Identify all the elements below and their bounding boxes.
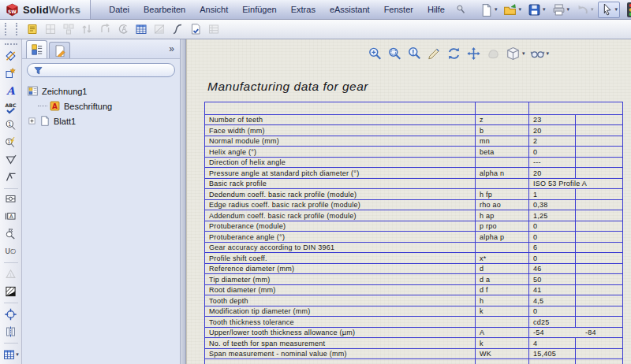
cell-c3[interactable]: [528, 359, 575, 364]
panel-collapse-chevron[interactable]: »: [169, 43, 174, 54]
cell-c4[interactable]: [575, 136, 622, 147]
zoom-to-area-button[interactable]: [387, 46, 402, 61]
dropdown-caret[interactable]: ▾: [591, 6, 594, 13]
cell-c4[interactable]: [575, 338, 622, 348]
select-button[interactable]: ▾: [598, 2, 621, 18]
dropdown-caret[interactable]: ▾: [495, 6, 498, 13]
menu-eassistant[interactable]: eAssistant: [323, 0, 377, 19]
cell-c4[interactable]: [575, 210, 622, 221]
cell-c3[interactable]: 0: [528, 147, 575, 157]
cell-c1[interactable]: [205, 359, 475, 364]
cell-c1[interactable]: Helix angle (°): [205, 147, 475, 157]
new-document-button[interactable]: ▾: [477, 2, 500, 18]
cell-c3[interactable]: 0: [528, 253, 575, 263]
center-mark-button[interactable]: [2, 306, 20, 322]
cell-c3[interactable]: 0: [528, 232, 575, 242]
dropdown-caret[interactable]: ▾: [16, 351, 19, 358]
cell-c2[interactable]: d a: [475, 274, 528, 284]
cell-c2[interactable]: d: [475, 264, 528, 274]
cell-c4[interactable]: [575, 359, 622, 364]
cell-c1[interactable]: No. of teeth for span measurement: [205, 338, 475, 348]
cell-c4[interactable]: [575, 306, 622, 317]
cell-c3[interactable]: 15,405: [528, 349, 575, 359]
cell-c2[interactable]: mn: [475, 136, 528, 147]
cell-c4[interactable]: [575, 158, 622, 168]
cell-c1[interactable]: Tooth thickness tolerance: [205, 317, 475, 327]
weld-symbol-button[interactable]: [2, 226, 20, 242]
view-pattern-button[interactable]: [60, 21, 77, 38]
cell-c3[interactable]: 1: [528, 189, 575, 199]
dropdown-caret[interactable]: ▾: [567, 6, 570, 13]
menu-bearbeiten[interactable]: Bearbeiten: [136, 0, 192, 19]
cell-c1[interactable]: Tooth depth: [205, 295, 475, 306]
smart-dimension-button[interactable]: [2, 48, 20, 64]
cell-c3[interactable]: 20: [528, 125, 575, 136]
auto-balloon-button[interactable]: [2, 135, 20, 150]
cell-c2[interactable]: h: [475, 295, 528, 306]
cell-c1[interactable]: Addendum coeff. basic rack profile (modu…: [205, 210, 475, 221]
tree-item-zeichnung1[interactable]: Zeichnung1: [25, 84, 178, 98]
cell-c2[interactable]: k: [475, 338, 528, 348]
dropdown-caret[interactable]: ▾: [547, 50, 550, 57]
cell-c1[interactable]: Reference diameter (mm): [205, 264, 475, 274]
cell-c2[interactable]: [475, 179, 528, 189]
cell-c3[interactable]: 0,38: [528, 200, 575, 210]
cell-c2[interactable]: [475, 359, 528, 364]
cell-c1[interactable]: Dedendum coeff. basic rack profile (modu…: [205, 189, 475, 199]
spell-checker-button[interactable]: [2, 100, 20, 116]
cell-c2[interactable]: rho ao: [475, 200, 528, 210]
filter-input[interactable]: [27, 63, 175, 77]
cell-c2[interactable]: [475, 243, 528, 253]
cell-c3[interactable]: 4,5: [528, 295, 575, 306]
print-button[interactable]: ▾: [550, 2, 573, 18]
cell-c1[interactable]: Root diameter (mm): [205, 285, 475, 295]
cell-c2[interactable]: beta: [475, 147, 528, 157]
cell-c3[interactable]: cd25: [528, 317, 575, 327]
annotation-font-button[interactable]: [114, 21, 131, 38]
model-view-button[interactable]: [42, 21, 58, 38]
cell-c1[interactable]: [205, 102, 475, 114]
eassistant-traffic-light-button[interactable]: [625, 2, 631, 17]
cell-c1[interactable]: Tip diameter (mm): [205, 274, 475, 284]
cell-c1[interactable]: Edge radius coeff. basic rack profile (m…: [205, 200, 475, 210]
bom-button[interactable]: [205, 21, 222, 38]
cell-c3[interactable]: 46: [528, 264, 575, 274]
3d-drawing-view-button[interactable]: [486, 46, 501, 61]
menu-datei[interactable]: Datei: [102, 0, 136, 19]
cell-c1[interactable]: Protuberance angle (°): [205, 232, 475, 242]
cell-c1[interactable]: Span measurement - nominal value (mm): [205, 349, 475, 359]
pin-button[interactable]: [454, 2, 468, 17]
cell-c1[interactable]: Protuberance (module): [205, 221, 475, 232]
design-checker-button[interactable]: [187, 21, 203, 38]
cell-c4[interactable]: [575, 253, 622, 263]
toolbar-grip[interactable]: [5, 23, 8, 35]
datum-target-button[interactable]: [2, 209, 20, 225]
property-manager-tab[interactable]: [49, 42, 70, 58]
revision-symbol-button[interactable]: [2, 266, 20, 282]
toolbar-grip[interactable]: [16, 23, 19, 35]
model-items-button[interactable]: [2, 65, 20, 81]
cell-c2[interactable]: alpha p: [475, 232, 528, 242]
menu-extras[interactable]: Extras: [284, 0, 323, 19]
cell-c3[interactable]: 4: [528, 338, 575, 348]
cell-c3[interactable]: 6: [528, 243, 575, 253]
cell-c2[interactable]: p rpo: [475, 221, 528, 232]
centerline-button[interactable]: [2, 324, 20, 340]
cell-c4[interactable]: [575, 189, 622, 199]
drawing-title[interactable]: Manufacturing data for gear: [207, 80, 368, 94]
cell-c2[interactable]: z: [475, 115, 528, 125]
update-view-button[interactable]: [96, 21, 113, 38]
area-hatch-button[interactable]: [2, 284, 20, 299]
zoom-to-fit-button[interactable]: [368, 46, 383, 61]
section-display-button[interactable]: [151, 21, 167, 38]
cell-c1[interactable]: Modification tip diameter (mm): [205, 306, 475, 317]
cell-c4[interactable]: [575, 232, 622, 242]
note-button[interactable]: [2, 83, 20, 98]
cell-c1[interactable]: Gear accuracy according to DIN 3961: [205, 243, 475, 253]
cell-c1[interactable]: Profile shift coeff.: [205, 253, 475, 263]
balloon-button[interactable]: [2, 117, 20, 133]
hole-callout-button[interactable]: [2, 243, 20, 259]
sheet-format-button[interactable]: [24, 21, 40, 38]
cell-c2[interactable]: d f: [475, 285, 528, 295]
cell-c4[interactable]: [575, 285, 622, 295]
